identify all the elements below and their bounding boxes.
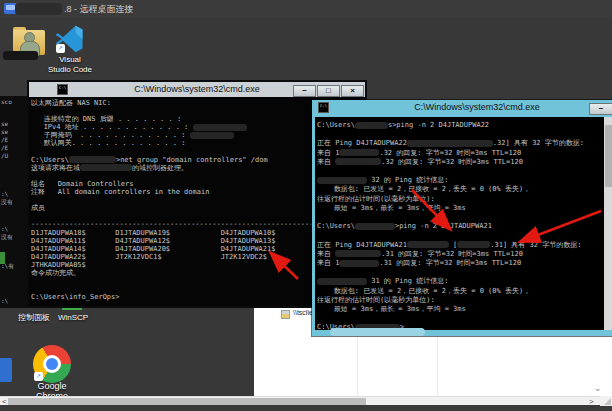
console-text: 最短 = 3ms，最长 = 3ms，平均 = 3ms [317, 305, 466, 313]
console-line: 31 的 Ping 统计信息: [317, 277, 604, 286]
cmd-window-right: C:\ C:\Windows\system32\cmd.exe − C:\Use… [312, 100, 612, 336]
redacted-text [193, 124, 247, 131]
redacted-text [407, 140, 493, 147]
console-text: 来自 [317, 250, 335, 258]
redacted-text [335, 250, 381, 257]
console-line: 正在 Ping D4JTADUPWA22.32] 具有 32 字节的数据: [317, 139, 604, 148]
redacted-text [317, 177, 367, 184]
strip-text-fragment: /E [1, 144, 8, 151]
resize-corner[interactable] [600, 396, 612, 406]
console-text: .31] 具有 32 字节的数据: [490, 241, 581, 249]
console-text: 往返行程的估计时间(以毫秒为单位): [317, 195, 435, 203]
console-text: 成员 [31, 204, 45, 212]
maximize-button[interactable]: □ [317, 85, 340, 97]
scrollbar-thumb[interactable] [605, 125, 612, 187]
console-text: .32] 具有 32 字节的数据: [493, 139, 584, 147]
strip-text-fragment: se [1, 120, 8, 127]
console-text: C:\Users\info_SerOps> [31, 293, 120, 301]
console-line: 正在 Ping D4JTADUPWA21 [.31] 具有 32 字节的数据: [317, 241, 604, 250]
strip-text-fragment: se [1, 128, 8, 135]
rdp-title: .8 - 远程桌面连接 [64, 0, 134, 18]
console-text: D4JTADUPWA22$ JT2K12VDC1$ JT2K12VDC2$ [31, 253, 267, 261]
cmd-right-titlebar[interactable]: C:\ C:\Windows\system32\cmd.exe − [312, 100, 612, 117]
rdp-titlebar[interactable]: .8 - 远程桌面连接 [0, 0, 612, 18]
console-line: 数据包: 已发送 = 2，已接收 = 2，丢失 = 0 (0% 丢失)， [317, 287, 604, 296]
resize-grip-icon [604, 398, 611, 405]
control-panel-label[interactable]: 控制面板 [6, 313, 62, 323]
redacted-text [339, 260, 379, 267]
console-text: D4JTADUPWA14$ D4JTADUPWA20$ D4JTADUPWA21… [31, 245, 275, 253]
console-line: 最短 = 3ms，最长 = 3ms，平均 = 3ms [317, 305, 604, 314]
redacted-host-name [15, 3, 62, 15]
console-line [317, 167, 604, 176]
strip-text-fragment: 没有 [1, 233, 13, 242]
strip-text-fragment: 没有 [1, 198, 13, 207]
shortcut-arrow-badge: ↗ [34, 372, 43, 381]
background-console-strip: scosese/E/E/U:\没有:\没有:\有:\ [0, 96, 27, 308]
console-text: C:\Users\ [31, 156, 69, 164]
console-text: 数据包: 已发送 = 2，已接收 = 2，丢失 = 0 (0% 丢失)， [317, 185, 530, 193]
console-text: JTHKADUPWA05$ [31, 261, 86, 269]
strip-text-fragment: :\ [1, 190, 8, 197]
console-text: s>ping -n 2 D4JTADUPWA22 [388, 121, 489, 129]
console-text: 以太网适配器 NAS NIC: [31, 99, 111, 107]
strip-text-fragment: sco [1, 98, 12, 105]
redacted-text [339, 149, 379, 156]
vscode-icon[interactable]: ↗ [54, 24, 84, 54]
console-text: [ [449, 241, 457, 249]
strip-text-fragment: /E [1, 136, 8, 143]
redacted-over-border [330, 328, 425, 336]
console-text: 正在 Ping D4JTADUPWA22 [317, 139, 407, 147]
redacted-text [407, 241, 449, 248]
redacted-text [317, 278, 367, 285]
console-text: 数据包: 已发送 = 2，已接收 = 2，丢失 = 0 (0% 丢失)， [317, 287, 530, 295]
console-line: C:\Users\>ping -n 2 D4JTADUPWA21 [317, 222, 604, 231]
remote-desktop-screen: .8 - 远程桌面连接 ↗ Visual Studio Code 控制面板 Wi… [0, 0, 612, 411]
console-line [317, 314, 604, 323]
console-text: 默认网关. . . . . . . . . . . . . : [31, 139, 185, 147]
console-text: 32 的 Ping 统计信息: [367, 176, 448, 184]
minimize-button[interactable]: − [589, 103, 612, 115]
console-text: 注释 All domain controllers in the domain [31, 188, 209, 196]
cmd-left-titlebar[interactable]: C:\ C:\Windows\system32\cmd.exe − □ × [29, 82, 365, 97]
vscode-label: Visual Studio Code [38, 55, 102, 75]
console-line: 来自 1.31 的回复: 字节=32 时间=3ms TTL=120 [317, 259, 604, 268]
shortcut-arrow-badge: ↗ [56, 44, 65, 53]
console-line: 数据包: 已发送 = 2，已接收 = 2，丢失 = 0 (0% 丢失)， [317, 185, 604, 194]
console-text: .31 的回复: 字节=32 时间=3ms TTL=120 [379, 259, 521, 267]
strip-text-fragment: :\ [1, 297, 8, 304]
cmd-right-scrollbar[interactable] [604, 117, 612, 330]
console-text: >ping -n 2 D4JTADUPWA21 [395, 222, 492, 230]
console-text: .32 的回复: 字节=32 时间=3ms TTL=120 [381, 158, 523, 166]
console-line [317, 268, 604, 277]
cmd-right-console[interactable]: C:\Users\s>ping -n 2 D4JTADUPWA22 正在 Pin… [315, 117, 604, 330]
redacted-text [457, 241, 490, 248]
console-text: 往返行程的估计时间(以毫秒为单位): [317, 296, 435, 304]
console-line [317, 130, 604, 139]
console-line [317, 213, 604, 222]
console-text: 31 的 Ping 统计信息: [367, 277, 448, 285]
console-text: 来自 1 [317, 259, 339, 267]
console-line: 最短 = 3ms，最长 = 3ms，平均 = 3ms [317, 204, 604, 213]
scroll-down-icon[interactable]: ⌄ [594, 383, 602, 393]
console-line: 往返行程的估计时间(以毫秒为单位): [317, 296, 604, 305]
console-text: IPv4 地址 . . . . . . . . . . . . : [31, 123, 193, 131]
minimize-button[interactable]: − [293, 85, 316, 97]
console-line: C:\Users\s>ping -n 2 D4JTADUPWA22 [317, 121, 604, 130]
console-text: 组名 Domain Controllers [31, 180, 134, 188]
console-line: 来自 1.32 的回复: 字节=32 时间=3ms TTL=120 [317, 149, 604, 158]
redacted-text [80, 164, 132, 171]
chrome-icon[interactable]: ↗ [33, 345, 71, 383]
cmd-right-title: C:\Windows\system32\cmd.exe [312, 100, 612, 115]
console-text: C:\Users\ [317, 121, 355, 129]
console-text: C:\Users\ [317, 222, 355, 230]
console-text: 最短 = 3ms，最长 = 3ms，平均 = 3ms [317, 204, 466, 212]
console-line: 来自 .31 的回复: 字节=32 时间=3ms TTL=120 [317, 250, 604, 259]
redacted-folder-label [3, 51, 38, 60]
winscp-label[interactable]: WinSCP [56, 313, 90, 323]
close-button[interactable]: × [341, 85, 364, 97]
console-text: 连接特定的 DNS 后缀 . . . . . . . : [31, 115, 181, 123]
console-text: .31 的回复: 字节=32 时间=3ms TTL=120 [381, 250, 523, 258]
network-drive-icon [281, 310, 290, 319]
window-bottom-edge [0, 405, 612, 411]
